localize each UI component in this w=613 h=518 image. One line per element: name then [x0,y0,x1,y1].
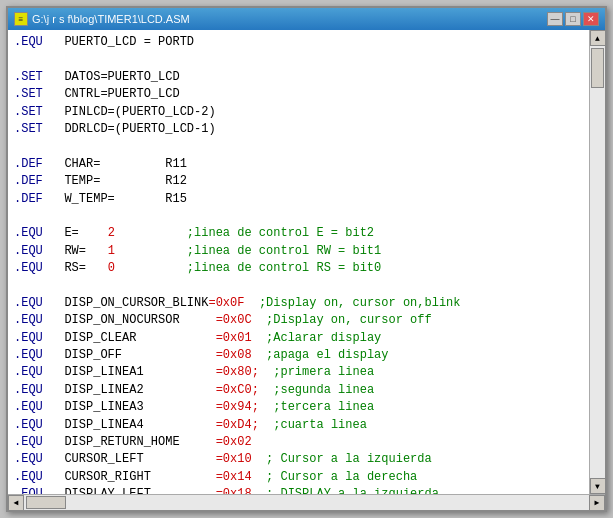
main-window: ≡ G:\j r s f\blog\TIMER1\LCD.ASM — □ ✕ .… [6,6,607,512]
scroll-right-button[interactable]: ▶ [589,495,605,511]
content-area: .EQU PUERTO_LCD = PORTD .SET DATOS=PUERT… [8,30,605,494]
scroll-up-button[interactable]: ▲ [590,30,606,46]
maximize-button[interactable]: □ [565,12,581,26]
scroll-left-button[interactable]: ◀ [8,495,24,511]
title-bar: ≡ G:\j r s f\blog\TIMER1\LCD.ASM — □ ✕ [8,8,605,30]
window-title: G:\j r s f\blog\TIMER1\LCD.ASM [32,13,190,25]
scroll-track-vertical[interactable] [590,46,605,478]
scroll-thumb-vertical[interactable] [591,48,604,88]
code-block: .EQU PUERTO_LCD = PORTD .SET DATOS=PUERT… [14,34,583,494]
file-icon: ≡ [14,12,28,26]
scroll-thumb-horizontal[interactable] [26,496,66,509]
code-container: .EQU PUERTO_LCD = PORTD .SET DATOS=PUERT… [8,30,589,494]
code-scroll[interactable]: .EQU PUERTO_LCD = PORTD .SET DATOS=PUERT… [8,30,589,494]
scroll-track-horizontal[interactable] [24,495,589,510]
title-bar-left: ≡ G:\j r s f\blog\TIMER1\LCD.ASM [14,12,190,26]
vertical-scrollbar: ▲ ▼ [589,30,605,494]
close-button[interactable]: ✕ [583,12,599,26]
scroll-down-button[interactable]: ▼ [590,478,606,494]
title-controls: — □ ✕ [547,12,599,26]
minimize-button[interactable]: — [547,12,563,26]
horizontal-scrollbar: ◀ ▶ [8,494,605,510]
